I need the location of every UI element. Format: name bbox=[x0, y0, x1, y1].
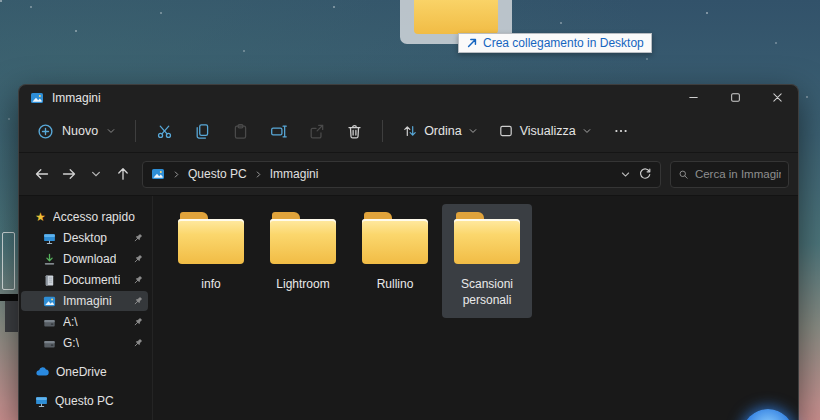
view-icon bbox=[498, 123, 514, 139]
forward-icon bbox=[61, 166, 77, 182]
breadcrumb-item-questo-pc[interactable]: Questo PC bbox=[188, 167, 247, 181]
search-icon bbox=[678, 168, 689, 181]
window-body: ★ Accesso rapido Desktop bbox=[19, 196, 798, 420]
new-plus-icon bbox=[37, 123, 54, 140]
explorer-window: Immagini bbox=[18, 84, 799, 420]
maximize-button[interactable] bbox=[714, 85, 756, 110]
background-window-fragment bbox=[5, 301, 18, 332]
titlebar[interactable]: Immagini bbox=[19, 85, 798, 110]
copy-button[interactable] bbox=[183, 115, 221, 147]
sidebar-item-drive-g[interactable]: G:\ bbox=[21, 333, 148, 353]
sidebar-item-desktop[interactable]: Desktop bbox=[21, 228, 148, 248]
dragged-folder-icon bbox=[414, 0, 498, 34]
sort-button-label: Ordina bbox=[424, 124, 462, 138]
cut-button[interactable] bbox=[145, 115, 183, 147]
drive-icon bbox=[43, 316, 56, 329]
view-button[interactable]: Visualizza bbox=[488, 118, 602, 144]
sidebar-item-accesso-rapido[interactable]: ★ Accesso rapido bbox=[21, 207, 148, 227]
back-icon bbox=[34, 166, 50, 182]
rename-button[interactable] bbox=[259, 115, 297, 147]
maximize-icon bbox=[730, 92, 741, 103]
paste-button[interactable] bbox=[221, 115, 259, 147]
breadcrumb-chevron-icon bbox=[172, 170, 181, 179]
document-icon bbox=[43, 274, 56, 287]
up-icon bbox=[115, 166, 131, 182]
close-icon bbox=[772, 92, 783, 103]
breadcrumb-chevron-icon bbox=[254, 170, 263, 179]
folder-icon bbox=[454, 212, 520, 264]
folder-tile-info[interactable]: info bbox=[166, 204, 256, 303]
pictures-icon bbox=[43, 295, 56, 308]
pin-icon[interactable] bbox=[133, 254, 143, 264]
chevron-down-icon bbox=[468, 126, 478, 136]
back-button[interactable] bbox=[28, 161, 55, 188]
drag-operation-tooltip: Crea collegamento in Desktop bbox=[458, 33, 652, 53]
command-bar: Nuovo bbox=[19, 110, 798, 153]
folder-tile-lightroom[interactable]: Lightroom bbox=[258, 204, 348, 303]
breadcrumb[interactable]: Questo PC Immagini bbox=[142, 161, 661, 188]
chevron-down-icon bbox=[90, 168, 102, 180]
sort-button[interactable]: Ordina bbox=[392, 118, 488, 144]
cloud-icon bbox=[35, 365, 49, 379]
pin-icon[interactable] bbox=[133, 317, 143, 327]
copy-icon bbox=[194, 123, 211, 140]
new-button-label: Nuovo bbox=[62, 124, 98, 138]
folder-tile-scansioni-personali[interactable]: Scansioni personali bbox=[442, 204, 532, 318]
pin-icon[interactable] bbox=[133, 296, 143, 306]
view-button-label: Visualizza bbox=[520, 124, 576, 138]
breadcrumb-item-immagini[interactable]: Immagini bbox=[270, 167, 319, 181]
recent-locations-button[interactable] bbox=[82, 161, 109, 188]
trash-icon bbox=[346, 123, 363, 140]
shortcut-arrow-icon bbox=[466, 37, 478, 49]
desktop-icon-outline bbox=[2, 232, 15, 290]
sort-icon bbox=[402, 123, 418, 139]
sidebar-item-questo-pc[interactable]: Questo PC bbox=[21, 391, 148, 411]
refresh-icon[interactable] bbox=[638, 167, 652, 181]
sidebar-item-onedrive[interactable]: OneDrive bbox=[21, 362, 148, 382]
share-icon bbox=[308, 123, 325, 140]
more-dots-icon bbox=[613, 123, 629, 139]
forward-button[interactable] bbox=[55, 161, 82, 188]
drive-icon bbox=[43, 337, 56, 350]
drag-tooltip-label: Crea collegamento in Desktop bbox=[483, 36, 644, 50]
pin-icon[interactable] bbox=[133, 338, 143, 348]
chevron-down-icon bbox=[106, 126, 116, 136]
close-button[interactable] bbox=[756, 85, 798, 110]
sidebar-item-download[interactable]: Download bbox=[21, 249, 148, 269]
star-icon: ★ bbox=[35, 211, 46, 223]
folder-icon bbox=[362, 212, 428, 264]
pin-icon[interactable] bbox=[133, 275, 143, 285]
window-title: Immagini bbox=[52, 91, 101, 105]
folder-grid: info Lightroom Rullino Scansioni persona… bbox=[153, 196, 798, 420]
window-controls bbox=[672, 85, 798, 110]
desktop: Crea collegamento in Desktop Immagini bbox=[0, 0, 820, 420]
rename-icon bbox=[270, 123, 287, 140]
cut-icon bbox=[156, 123, 173, 140]
chevron-down-icon bbox=[582, 126, 592, 136]
sidebar-item-documenti[interactable]: Documenti bbox=[21, 270, 148, 290]
folder-icon bbox=[178, 212, 244, 264]
navigation-pane: ★ Accesso rapido Desktop bbox=[19, 196, 153, 420]
minimize-button[interactable] bbox=[672, 85, 714, 110]
wallpaper-stars bbox=[0, 0, 2, 2]
address-dropdown-icon[interactable] bbox=[620, 169, 631, 180]
up-button[interactable] bbox=[109, 161, 136, 188]
sidebar-item-immagini[interactable]: Immagini bbox=[21, 291, 148, 311]
computer-icon bbox=[35, 395, 48, 408]
search-box[interactable] bbox=[670, 161, 789, 188]
delete-button[interactable] bbox=[335, 115, 373, 147]
share-button[interactable] bbox=[297, 115, 335, 147]
sidebar-item-drive-a[interactable]: A:\ bbox=[21, 312, 148, 332]
minimize-icon bbox=[688, 92, 699, 103]
toolbar-separator bbox=[135, 120, 136, 142]
address-bar-row: Questo PC Immagini bbox=[19, 153, 798, 196]
new-button[interactable]: Nuovo bbox=[31, 118, 126, 145]
folder-icon bbox=[270, 212, 336, 264]
paste-icon bbox=[232, 123, 249, 140]
more-options-button[interactable] bbox=[602, 115, 640, 147]
download-icon bbox=[43, 253, 56, 266]
folder-tile-rullino[interactable]: Rullino bbox=[350, 204, 440, 303]
monitor-icon bbox=[43, 232, 56, 245]
pin-icon[interactable] bbox=[133, 233, 143, 243]
search-input[interactable] bbox=[695, 168, 781, 180]
